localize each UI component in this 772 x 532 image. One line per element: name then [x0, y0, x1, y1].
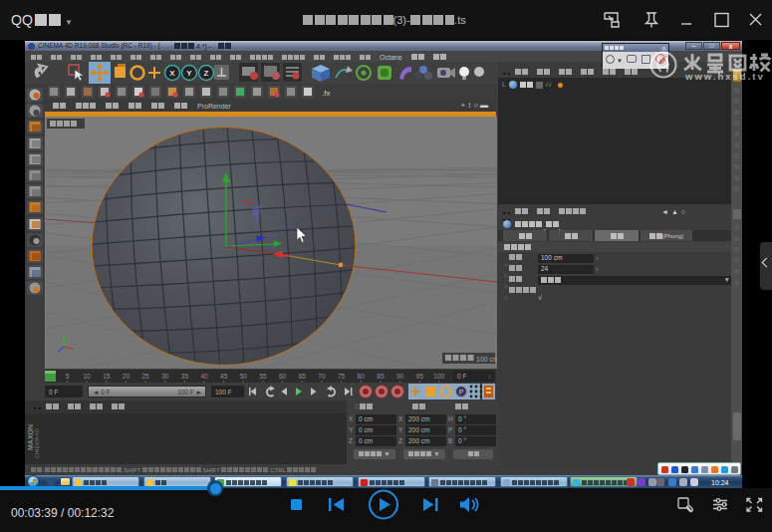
svg-text:100 F ►: 100 F ►	[177, 389, 202, 396]
svg-text:↕: ↕	[488, 374, 491, 380]
svg-text:.fx: .fx	[322, 89, 330, 98]
svg-text:30: 30	[161, 373, 169, 380]
svg-text:X: X	[169, 69, 175, 78]
svg-text:85: 85	[377, 373, 385, 380]
svg-text:0 F: 0 F	[457, 373, 466, 380]
svg-text:◄ 0 F: ◄ 0 F	[93, 389, 111, 396]
svg-text:55: 55	[259, 373, 267, 380]
svg-text:10: 10	[83, 373, 91, 380]
svg-text:5: 5	[66, 373, 70, 380]
svg-text:100 cm: 100 cm	[476, 356, 497, 363]
svg-text:50: 50	[240, 373, 248, 380]
svg-text:20: 20	[123, 373, 130, 380]
svg-text:65: 65	[299, 373, 307, 380]
svg-text:45: 45	[220, 373, 228, 380]
svg-text:25: 25	[141, 373, 149, 380]
svg-text:Z: Z	[204, 69, 209, 78]
svg-text:40: 40	[200, 373, 208, 380]
svg-text:100: 100	[433, 373, 444, 380]
svg-text:100 F: 100 F	[215, 389, 232, 396]
svg-text:95: 95	[416, 373, 424, 380]
svg-text:P: P	[459, 389, 464, 396]
svg-text:60: 60	[279, 373, 287, 380]
svg-text:90: 90	[396, 373, 404, 380]
svg-text:Y: Y	[186, 69, 192, 78]
svg-text:35: 35	[181, 373, 189, 380]
svg-text:75: 75	[338, 373, 346, 380]
svg-text:70: 70	[318, 373, 326, 380]
svg-text:80: 80	[358, 373, 366, 380]
svg-text:www.hxsd.tv: www.hxsd.tv	[684, 71, 765, 82]
svg-text:15: 15	[103, 373, 111, 380]
svg-text:0 F: 0 F	[49, 389, 58, 396]
